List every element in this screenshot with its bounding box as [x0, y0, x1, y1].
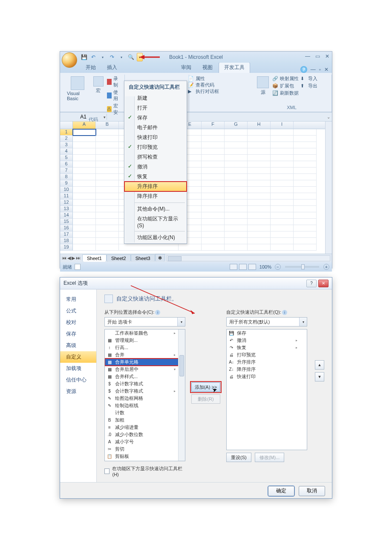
cell[interactable] [271, 129, 294, 136]
menu-sort-asc[interactable]: 升序排序 [124, 182, 187, 191]
cell[interactable] [294, 199, 317, 206]
visual-basic-button[interactable]: Visual Basic [65, 75, 90, 102]
run-dialog-button[interactable]: ▶执行对话框 [188, 88, 219, 95]
cell[interactable] [202, 161, 225, 168]
close-icon[interactable]: ✕ [325, 53, 329, 59]
cell[interactable] [248, 231, 271, 238]
show-below-checkbox[interactable] [104, 468, 110, 474]
modify-button[interactable]: 修改(M)... [255, 453, 285, 462]
sheet-first-icon[interactable]: ⏮ [62, 255, 66, 261]
nav-advanced[interactable]: 高级 [60, 340, 96, 351]
cancel-button[interactable]: 取消 [299, 486, 325, 496]
list-item[interactable]: ↶撤消▸ [227, 337, 307, 344]
cell[interactable] [73, 193, 96, 199]
info-icon[interactable]: i [155, 310, 160, 315]
menu-more-commands[interactable]: 其他命令(M)... [124, 204, 187, 214]
cell[interactable] [248, 225, 271, 231]
list-item[interactable]: 💾保存 [227, 330, 307, 337]
cell[interactable] [96, 193, 119, 199]
list-item[interactable]: ↕行高... [105, 344, 185, 351]
zoom-slider[interactable] [285, 266, 319, 268]
cell[interactable] [294, 168, 317, 174]
cell[interactable] [202, 168, 225, 174]
undo-icon[interactable]: ↶ [90, 54, 97, 61]
list-item[interactable]: 🖨快速打印 [227, 373, 307, 380]
list-item[interactable]: $会计数字格式▸ [105, 387, 185, 395]
cell[interactable] [294, 187, 317, 193]
cell[interactable] [202, 238, 225, 244]
ok-button[interactable]: 确定 [268, 486, 294, 496]
col-F[interactable]: F [202, 121, 225, 129]
nav-general[interactable]: 常用 [60, 294, 96, 305]
list-item[interactable]: ≡减少缩进量 [105, 424, 185, 431]
sheet-tab-new[interactable]: ✻ [155, 254, 165, 262]
help-icon[interactable]: ? [300, 66, 307, 73]
cell[interactable] [294, 206, 317, 212]
cell[interactable] [73, 180, 96, 187]
row-header-13[interactable]: 13 [60, 206, 73, 212]
commands-listbox[interactable]: 工作表标签颜色▸▦管理规则...↕行高...▦合并▸▦合并单元格▦合并后居中▾▦… [104, 329, 185, 461]
cell[interactable] [96, 206, 119, 212]
cell[interactable] [202, 180, 225, 187]
tab-view[interactable]: 视图 [197, 63, 218, 73]
cell[interactable] [202, 212, 225, 219]
tab-home[interactable]: 开始 [81, 63, 101, 73]
expansion-packs-button[interactable]: 📦扩展包 [272, 83, 299, 89]
expand-formula-bar-icon[interactable]: ⌄ [325, 115, 332, 119]
nav-resources[interactable]: 资源 [60, 386, 96, 397]
sheet-next-icon[interactable]: ▶ [72, 255, 75, 261]
cell[interactable] [248, 174, 271, 180]
cell[interactable] [96, 219, 119, 225]
xml-source-button[interactable]: 源 [255, 75, 271, 96]
cell[interactable] [96, 129, 119, 136]
row-header-1[interactable]: 1 [60, 129, 73, 136]
cell[interactable] [271, 187, 294, 193]
cell[interactable] [271, 231, 294, 238]
cell[interactable] [294, 161, 317, 168]
cell[interactable] [225, 187, 248, 193]
list-item[interactable]: A↓升序排序 [227, 358, 307, 366]
list-item[interactable]: ✎绘制边框线 [105, 402, 185, 409]
cell[interactable] [96, 225, 119, 231]
cell[interactable] [271, 225, 294, 231]
remove-button[interactable]: 删除(R) [191, 394, 220, 404]
cell[interactable] [225, 231, 248, 238]
cell[interactable] [248, 161, 271, 168]
horizontal-scrollbar[interactable] [167, 255, 330, 261]
cell[interactable] [294, 142, 317, 148]
cell[interactable] [225, 212, 248, 219]
row-header-16[interactable]: 16 [60, 225, 73, 231]
cell[interactable] [248, 206, 271, 212]
menu-sort-desc[interactable]: 降序排序 [124, 191, 187, 201]
cell[interactable] [248, 187, 271, 193]
row-header-18[interactable]: 18 [60, 238, 73, 244]
cell[interactable] [248, 193, 271, 199]
cell[interactable] [73, 174, 96, 180]
target-combo[interactable]: 用于所有文档(默认) ▾ [226, 317, 307, 327]
row-header-9[interactable]: 9 [60, 180, 73, 187]
nav-addins[interactable]: 加载项 [60, 363, 96, 374]
list-item[interactable]: ▦合并单元格 [105, 358, 185, 366]
cell[interactable] [96, 212, 119, 219]
view-layout-icon[interactable] [239, 264, 247, 270]
row-header-14[interactable]: 14 [60, 212, 73, 219]
name-box-dd-icon[interactable]: ▾ [104, 115, 106, 119]
cell[interactable] [73, 168, 96, 174]
cell[interactable] [96, 168, 119, 174]
maximize-icon[interactable]: ▭ [315, 53, 320, 59]
zoom-thumb[interactable] [301, 264, 305, 269]
cell[interactable] [225, 174, 248, 180]
cell[interactable] [248, 199, 271, 206]
left-scrollbar[interactable] [178, 330, 185, 461]
cell[interactable] [73, 212, 96, 219]
menu-quickprint[interactable]: 快速打印 [124, 133, 187, 142]
zoom-in-button[interactable]: + [323, 264, 329, 270]
cell[interactable] [271, 193, 294, 199]
cell[interactable] [271, 238, 294, 244]
cell[interactable] [73, 244, 96, 251]
dialog-close-button[interactable]: ✕ [318, 280, 329, 287]
menu-email[interactable]: 电子邮件 [124, 123, 187, 133]
nav-trust[interactable]: 信任中心 [60, 374, 96, 386]
row-header-12[interactable]: 12 [60, 199, 73, 206]
cell[interactable] [96, 199, 119, 206]
